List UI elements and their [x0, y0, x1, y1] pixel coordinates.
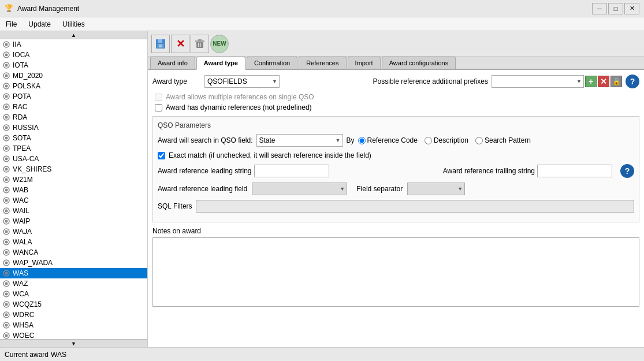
sql-input[interactable]	[196, 200, 634, 213]
svg-point-37	[5, 230, 8, 233]
leading-field-row: Award reference leading field Field sepa…	[158, 183, 634, 195]
checkbox-multiple-label: Award allows multiple references on sing…	[166, 93, 314, 101]
close-button[interactable]: ✕	[624, 3, 639, 14]
sidebar-item[interactable]: WANCA	[0, 247, 147, 258]
sidebar-item[interactable]: WAZ	[0, 278, 147, 289]
tree-leaf-icon	[2, 321, 10, 329]
tab-award-configurations[interactable]: Award configurations	[382, 57, 456, 69]
svg-point-25	[5, 168, 8, 171]
tree-leaf-icon	[2, 40, 10, 49]
award-type-select[interactable]: QSOFIELDSCUSTOM	[204, 75, 280, 88]
panel-content: Award type QSOFIELDSCUSTOM Possible refe…	[148, 70, 644, 347]
help-button-prefixes[interactable]: ?	[626, 75, 639, 88]
sidebar-item-label: RAC	[13, 103, 27, 111]
sidebar-item[interactable]: WDRC	[0, 310, 147, 320]
tree-leaf-icon	[2, 82, 10, 90]
checkbox-exact-match[interactable]	[158, 152, 165, 159]
sidebar-item[interactable]: WAJA	[0, 226, 147, 237]
tree-leaf-icon	[2, 311, 10, 319]
notes-textarea[interactable]	[152, 237, 639, 307]
save-button[interactable]	[151, 35, 170, 53]
sidebar-item[interactable]: POLSKA	[0, 81, 147, 91]
sidebar-item[interactable]: WAIP	[0, 216, 147, 226]
menu-utilities[interactable]: Utilities	[57, 17, 91, 31]
tab-confirmation[interactable]: Confirmation	[247, 57, 297, 69]
leading-string-label: Award reference leading string	[158, 167, 252, 175]
tab-references[interactable]: References	[299, 57, 346, 69]
sidebar-item[interactable]: WOEC	[0, 330, 147, 339]
radio-reference-code[interactable]	[358, 137, 366, 144]
svg-point-55	[5, 324, 8, 327]
tree-leaf-icon	[2, 72, 10, 80]
checkbox-dynamic[interactable]	[155, 104, 162, 111]
sidebar-item[interactable]: SOTA	[0, 133, 147, 143]
svg-point-9	[5, 85, 8, 88]
remove-prefix-button[interactable]: ✕	[598, 76, 609, 87]
svg-point-15	[5, 116, 8, 119]
sidebar-item[interactable]: RDA	[0, 112, 147, 122]
tree-leaf-icon	[2, 269, 10, 277]
leading-string-input[interactable]	[254, 165, 329, 177]
radio-item-search-pattern[interactable]: Search Pattern	[475, 136, 531, 144]
sidebar-item[interactable]: WAIL	[0, 206, 147, 216]
sidebar-item[interactable]: WAC	[0, 195, 147, 206]
sidebar-item-label: WAZ	[13, 280, 28, 288]
scroll-down-btn[interactable]: ▼	[0, 339, 147, 347]
delete-button[interactable]	[191, 35, 209, 53]
sidebar-item[interactable]: WAB	[0, 185, 147, 195]
radio-search-pattern[interactable]	[475, 137, 483, 144]
tab-import[interactable]: Import	[348, 57, 381, 69]
menu-update[interactable]: Update	[23, 17, 57, 31]
tab-award-info[interactable]: Award info	[150, 57, 195, 69]
maximize-button[interactable]: □	[608, 3, 623, 14]
title-bar: 🏆 Award Management ─ □ ✕	[0, 0, 644, 17]
sidebar-item[interactable]: WHSA	[0, 320, 147, 330]
tab-award-type[interactable]: Award type	[196, 57, 245, 70]
add-prefix-button[interactable]: +	[585, 76, 597, 87]
sidebar-item[interactable]: USA-CA	[0, 154, 147, 164]
sidebar-item[interactable]: WAP_WADA	[0, 258, 147, 268]
svg-point-53	[5, 314, 8, 317]
sidebar-item[interactable]: WAS	[0, 268, 147, 278]
minimize-button[interactable]: ─	[592, 3, 607, 14]
search-field-select[interactable]: StateDXCCCountyGridZone	[256, 134, 343, 147]
prefixes-combo[interactable]	[492, 75, 584, 88]
field-separator-select[interactable]	[407, 183, 465, 195]
sidebar-item[interactable]: RUSSIA	[0, 122, 147, 133]
scroll-up-btn[interactable]: ▲	[0, 31, 147, 39]
svg-point-5	[5, 64, 8, 67]
leading-field-select[interactable]	[252, 183, 347, 195]
checkbox-multiple[interactable]	[155, 94, 162, 101]
radio-item-description[interactable]: Description	[425, 136, 468, 144]
checkbox-dynamic-label: Award has dynamic references (not predef…	[166, 103, 312, 111]
sidebar-item[interactable]: TPEA	[0, 143, 147, 154]
sidebar-item[interactable]: IOCA	[0, 50, 147, 60]
trailing-string-input[interactable]	[537, 165, 612, 177]
qso-section: QSO Parameters Award will search in QSO …	[152, 116, 639, 222]
sidebar-item[interactable]: POTA	[0, 91, 147, 102]
sidebar-item-label: WAIL	[13, 207, 29, 215]
svg-point-13	[5, 106, 8, 109]
sidebar-item[interactable]: WCA	[0, 289, 147, 299]
sidebar-item[interactable]: W21M	[0, 174, 147, 185]
cancel-button[interactable]: ✕	[171, 35, 189, 53]
sidebar-item[interactable]: IOTA	[0, 60, 147, 70]
sidebar-item-label: VK_SHIRES	[13, 165, 51, 173]
svg-point-33	[5, 210, 8, 213]
help-button-string[interactable]: ?	[620, 164, 634, 178]
sidebar-item-label: SOTA	[13, 134, 31, 142]
sidebar-item[interactable]: RAC	[0, 102, 147, 112]
menu-file[interactable]: File	[0, 17, 23, 31]
tree-leaf-icon	[2, 207, 10, 215]
sidebar-item[interactable]: WCQZ15	[0, 299, 147, 310]
lock-prefix-button[interactable]: 🔒	[611, 76, 622, 87]
sidebar-item-label: WDRC	[13, 311, 34, 319]
svg-rect-69	[159, 44, 162, 47]
new-button[interactable]: NEW	[210, 35, 229, 53]
sidebar-item[interactable]: MD_2020	[0, 70, 147, 81]
radio-description[interactable]	[425, 137, 432, 144]
sidebar-item[interactable]: WALA	[0, 237, 147, 247]
sidebar-item[interactable]: VK_SHIRES	[0, 164, 147, 174]
radio-item-reference-code[interactable]: Reference Code	[358, 136, 418, 144]
sidebar-item[interactable]: IIA	[0, 39, 147, 50]
